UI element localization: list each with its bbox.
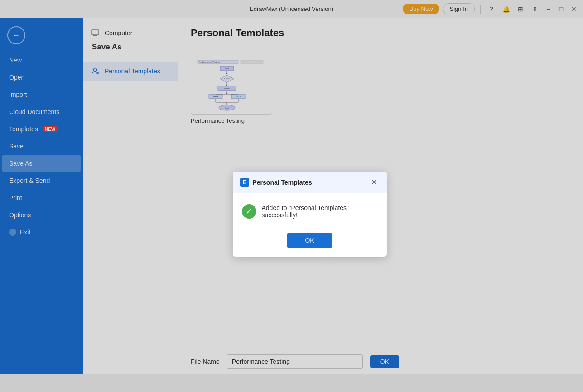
dialog-title: Personal Templates (253, 179, 312, 186)
dialog-message: Added to "Personal Templates" successful… (262, 204, 378, 219)
dialog-footer: OK (233, 229, 387, 257)
dialog-logo-icon: E (240, 178, 249, 187)
dialog-close-button[interactable]: ✕ (368, 177, 380, 187)
dialog-header: E Personal Templates ✕ (233, 172, 387, 193)
dialog-overlay: E Personal Templates ✕ ✓ Added to "Perso… (0, 0, 583, 392)
dialog-header-left: E Personal Templates (240, 178, 312, 187)
dialog: E Personal Templates ✕ ✓ Added to "Perso… (233, 172, 387, 257)
dialog-body: ✓ Added to "Personal Templates" successf… (233, 193, 387, 229)
dialog-ok-button[interactable]: OK (287, 233, 332, 248)
dialog-success-icon: ✓ (242, 204, 256, 219)
